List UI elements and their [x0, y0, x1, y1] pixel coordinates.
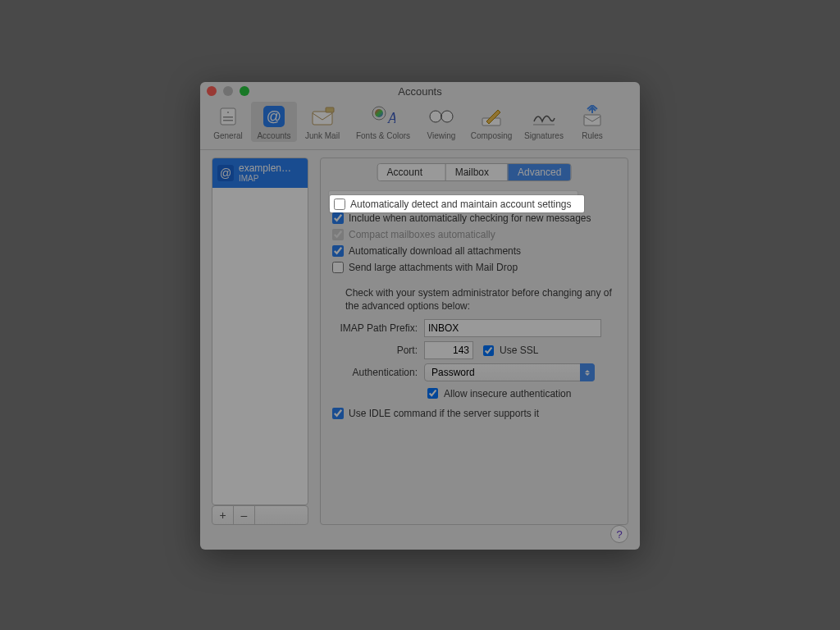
imap-prefix-row: IMAP Path Prefix:: [326, 319, 623, 337]
window-title: Accounts: [200, 85, 640, 98]
content: @ examplen… IMAP + – Account Information…: [200, 149, 640, 550]
tab-advanced[interactable]: Advanced: [508, 164, 570, 180]
auto-detect-row: Automatically detect and maintain accoun…: [329, 191, 578, 209]
composing-icon: [478, 103, 504, 130]
auto-detect-label: Automatically detect and maintain accoun…: [354, 194, 574, 206]
at-icon: @: [217, 165, 234, 181]
maildrop-row: Send large attachments with Mail Drop: [332, 260, 623, 275]
svg-rect-2: [223, 116, 233, 118]
svg-point-1: [227, 112, 229, 113]
include-check-row: Include when automatically checking for …: [332, 211, 623, 226]
toolbar-item-composing[interactable]: Composing: [464, 102, 518, 142]
auto-download-checkbox[interactable]: [332, 245, 344, 257]
include-check-checkbox[interactable]: [332, 212, 344, 224]
svg-point-9: [375, 109, 383, 117]
maildrop-checkbox[interactable]: [332, 262, 344, 273]
remove-account-button[interactable]: –: [234, 506, 255, 524]
port-row: Port: Use SSL: [326, 341, 623, 359]
use-ssl-checkbox[interactable]: [483, 345, 494, 356]
account-row[interactable]: @ examplen… IMAP: [212, 158, 308, 188]
svg-point-11: [430, 111, 441, 122]
account-list-wrap: @ examplen… IMAP + –: [212, 158, 308, 525]
use-idle-row: Use IDLE command if the server supports …: [332, 406, 623, 421]
titlebar: Accounts: [200, 82, 640, 100]
svg-rect-15: [584, 115, 600, 126]
at-icon: @: [261, 103, 287, 130]
toolbar-item-signatures[interactable]: Signatures: [518, 102, 569, 142]
preferences-window: Accounts General @ Accounts Junk Mail A …: [200, 82, 640, 550]
compact-row: Compact mailboxes automatically: [332, 227, 623, 242]
tab-bar: Account Information Mailbox Behaviors Ad…: [377, 163, 572, 181]
add-account-button[interactable]: +: [212, 506, 234, 524]
admin-note: Check with your system administrator bef…: [345, 286, 614, 313]
auth-select-wrap[interactable]: Password: [424, 363, 595, 381]
general-icon: [215, 103, 241, 130]
viewing-icon: [428, 103, 454, 130]
svg-text:A: A: [387, 110, 395, 126]
port-input[interactable]: [424, 341, 473, 359]
close-icon[interactable]: [207, 86, 217, 96]
rules-icon: [579, 103, 605, 130]
settings-panel: Account Information Mailbox Behaviors Ad…: [320, 158, 628, 525]
toolbar-item-fonts[interactable]: A Fonts & Colors: [348, 102, 418, 142]
account-name: examplen…: [239, 163, 291, 174]
minimize-icon[interactable]: [223, 86, 233, 96]
help-button[interactable]: ?: [610, 525, 628, 543]
svg-rect-7: [326, 107, 334, 112]
toolbar: General @ Accounts Junk Mail A Fonts & C…: [200, 100, 640, 150]
use-idle-checkbox[interactable]: [332, 408, 344, 419]
traffic-lights: [207, 86, 249, 96]
auth-row: Authentication: Password: [326, 363, 623, 381]
svg-rect-3: [223, 120, 233, 121]
toolbar-item-viewing[interactable]: Viewing: [418, 102, 464, 142]
toolbar-item-rules[interactable]: Rules: [569, 102, 615, 142]
account-list[interactable]: @ examplen… IMAP: [212, 158, 308, 505]
tab-mailbox-behaviors[interactable]: Mailbox Behaviors: [445, 164, 508, 180]
zoom-icon[interactable]: [240, 86, 249, 96]
fonts-icon: A: [370, 103, 396, 130]
auto-detect-checkbox[interactable]: [336, 195, 346, 206]
svg-point-12: [441, 111, 453, 122]
svg-text:@: @: [267, 108, 281, 125]
auth-select[interactable]: Password: [424, 363, 595, 381]
signatures-icon: [531, 103, 557, 130]
tab-account-information[interactable]: Account Information: [378, 164, 445, 180]
imap-prefix-input[interactable]: [424, 319, 601, 337]
allow-insecure-row: Allow insecure authentication: [326, 386, 623, 401]
toolbar-item-general[interactable]: General: [205, 102, 251, 142]
junk-icon: [309, 103, 336, 130]
account-list-footer: + –: [212, 505, 308, 525]
compact-checkbox: [332, 229, 344, 240]
account-proto: IMAP: [239, 174, 291, 183]
toolbar-item-accounts[interactable]: @ Accounts: [251, 102, 297, 142]
svg-rect-6: [313, 112, 332, 125]
advanced-form: Automatically detect and maintain accoun…: [326, 191, 623, 519]
allow-insecure-checkbox[interactable]: [427, 388, 438, 399]
toolbar-item-junk[interactable]: Junk Mail: [297, 102, 348, 142]
auto-download-row: Automatically download all attachments: [332, 244, 623, 258]
